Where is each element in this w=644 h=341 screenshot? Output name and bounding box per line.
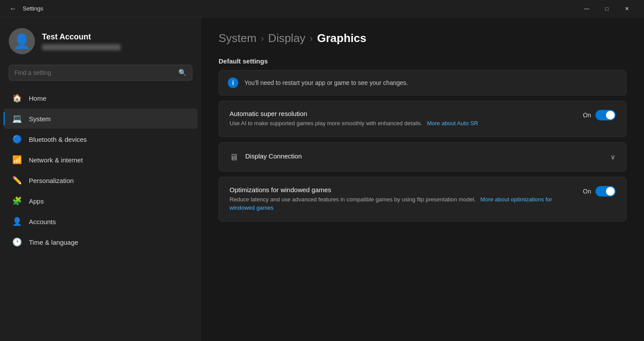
breadcrumb: System › Display › Graphics: [219, 32, 627, 45]
maximize-button[interactable]: □: [597, 2, 617, 16]
titlebar-title: Settings: [23, 5, 577, 12]
chevron-down-icon: ∨: [610, 153, 616, 161]
sidebar-item-label: Network & internet: [29, 156, 83, 164]
info-message: You'll need to restart your app or game …: [244, 79, 408, 86]
toggle-knob: [606, 187, 615, 196]
section-title: Default settings: [219, 57, 627, 65]
sidebar-item-label: Time & language: [29, 239, 78, 246]
personalization-icon: ✏️: [12, 176, 22, 185]
user-profile[interactable]: 👤 Test Account: [0, 18, 201, 63]
toggle-knob: [606, 111, 615, 120]
breadcrumb-display[interactable]: Display: [268, 32, 305, 45]
bluetooth-icon: 🔵: [12, 134, 22, 144]
auto-sr-toggle-label: On: [583, 112, 591, 119]
auto-sr-toggle[interactable]: [595, 110, 616, 120]
breadcrumb-sep-2: ›: [310, 33, 313, 43]
minimize-button[interactable]: —: [577, 2, 597, 16]
main-layout: 👤 Test Account 🔍 🏠 Home 💻 System: [0, 18, 644, 341]
window-controls: — □ ✕: [577, 2, 637, 16]
sidebar-item-accounts[interactable]: 👤 Accounts: [3, 211, 198, 232]
search-box[interactable]: 🔍: [9, 65, 192, 81]
content-area: System › Display › Graphics Default sett…: [201, 18, 644, 341]
setting-title: Optimizations for windowed games: [230, 186, 576, 193]
sidebar-item-label: Personalization: [29, 177, 74, 184]
breadcrumb-system[interactable]: System: [219, 32, 257, 45]
windowed-games-control: On: [583, 186, 616, 197]
search-container: 🔍: [0, 63, 201, 88]
info-icon: i: [228, 77, 238, 88]
setting-row: Optimizations for windowed games Reduce …: [230, 186, 616, 212]
search-icon: 🔍: [178, 69, 187, 77]
home-icon: 🏠: [12, 93, 22, 103]
windowed-games-toggle[interactable]: [595, 186, 616, 197]
breadcrumb-sep-1: ›: [261, 33, 264, 43]
nav-list: 🏠 Home 💻 System 🔵 Bluetooth & devices 📶 …: [0, 88, 201, 253]
windowed-games-toggle-label: On: [583, 188, 591, 195]
auto-sr-control: On: [583, 110, 616, 120]
sidebar-item-label: Accounts: [29, 218, 56, 225]
back-icon: ←: [10, 5, 17, 13]
network-icon: 📶: [12, 155, 22, 165]
breadcrumb-current: Graphics: [317, 32, 366, 45]
search-input[interactable]: [14, 69, 174, 76]
display-icon: 🖥: [230, 152, 238, 162]
setting-info: Automatic super resolution Use AI to mak…: [230, 110, 576, 128]
windowed-games-card: Optimizations for windowed games Reduce …: [219, 177, 627, 221]
user-email: [42, 44, 121, 50]
avatar: 👤: [9, 28, 35, 54]
setting-desc: Reduce latency and use advanced features…: [230, 195, 576, 212]
setting-title: Automatic super resolution: [230, 110, 576, 117]
sidebar-item-label: System: [29, 115, 51, 123]
system-icon: 💻: [12, 114, 22, 123]
sidebar-item-time[interactable]: 🕐 Time & language: [3, 232, 198, 252]
info-card: i You'll need to restart your app or gam…: [219, 70, 627, 95]
apps-icon: 🧩: [12, 196, 22, 206]
titlebar: ← Settings — □ ✕: [0, 0, 644, 18]
display-connection-row[interactable]: 🖥 Display Connection ∨: [230, 151, 616, 162]
user-info: Test Account: [42, 32, 121, 50]
sidebar-item-network[interactable]: 📶 Network & internet: [3, 150, 198, 170]
sidebar-item-personalization[interactable]: ✏️ Personalization: [3, 170, 198, 190]
auto-sr-link[interactable]: More about Auto SR: [427, 120, 478, 127]
setting-row: Automatic super resolution Use AI to mak…: [230, 110, 616, 128]
sidebar-item-system[interactable]: 💻 System: [3, 109, 198, 129]
accounts-icon: 👤: [12, 217, 22, 226]
user-name: Test Account: [42, 32, 121, 42]
time-icon: 🕐: [12, 237, 22, 247]
sidebar-item-label: Home: [29, 95, 46, 102]
sidebar: 👤 Test Account 🔍 🏠 Home 💻 System: [0, 18, 201, 341]
sidebar-item-home[interactable]: 🏠 Home: [3, 88, 198, 108]
sidebar-item-label: Apps: [29, 197, 44, 205]
avatar-icon: 👤: [13, 33, 31, 49]
sidebar-item-label: Bluetooth & devices: [29, 136, 87, 143]
setting-info: Optimizations for windowed games Reduce …: [230, 186, 576, 212]
sidebar-item-apps[interactable]: 🧩 Apps: [3, 191, 198, 211]
auto-super-resolution-card: Automatic super resolution Use AI to mak…: [219, 101, 627, 137]
setting-desc: Use AI to make supported games play more…: [230, 119, 576, 128]
sidebar-item-bluetooth[interactable]: 🔵 Bluetooth & devices: [3, 129, 198, 149]
display-connection-title: Display Connection: [245, 152, 302, 160]
back-button[interactable]: ←: [7, 3, 19, 15]
close-button[interactable]: ✕: [617, 2, 637, 16]
display-connection-card[interactable]: 🖥 Display Connection ∨: [219, 142, 627, 172]
